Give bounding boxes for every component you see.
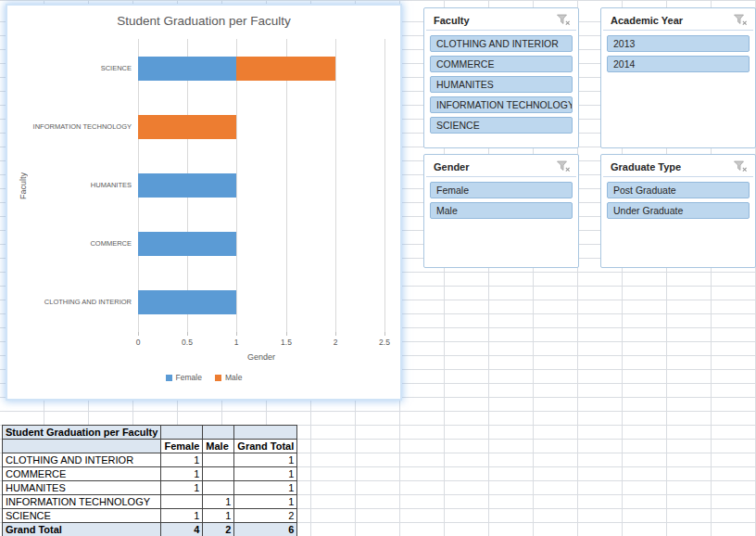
x-tick-label: 1.5 xyxy=(272,338,300,347)
pivot-col-header[interactable]: Grand Total xyxy=(234,440,297,453)
legend-swatch xyxy=(215,375,221,381)
table-row: Grand Total426 xyxy=(3,523,297,536)
chart-legend: FemaleMale xyxy=(7,373,400,382)
category-label: COMMERCE xyxy=(7,239,132,249)
pivot-cell[interactable]: 1 xyxy=(203,495,234,509)
axis-tick xyxy=(384,332,385,336)
slicer-title-gender: Gender xyxy=(434,161,470,172)
pivot-cell[interactable] xyxy=(161,495,203,509)
gridline xyxy=(384,39,385,332)
pivot-col-header[interactable]: Male xyxy=(203,440,234,453)
bar-segment-male-information-technology xyxy=(138,115,236,139)
pivot-cell[interactable]: 1 xyxy=(234,481,297,495)
slicer-header: Faculty xyxy=(426,10,576,31)
legend-label: Female xyxy=(176,373,202,382)
pivot-table: Student Graduation per FacultyFemaleMale… xyxy=(2,425,297,536)
pivot-row-label[interactable]: HUMANITES xyxy=(3,481,161,495)
pivot-cell[interactable] xyxy=(3,440,161,453)
pivot-cell[interactable]: 6 xyxy=(234,523,297,536)
pivot-row-label[interactable]: CLOTHING AND INTERIOR xyxy=(3,453,161,467)
slicer-item-information-technology[interactable]: INFORMATION TECHNOLOGY xyxy=(430,96,573,113)
table-row: Student Graduation per Faculty xyxy=(3,426,297,440)
slicer-item-male[interactable]: Male xyxy=(430,202,573,219)
pivot-cell[interactable] xyxy=(203,467,234,481)
slicer-title-academic-year: Academic Year xyxy=(611,15,683,26)
legend-item-male: Male xyxy=(215,373,242,382)
category-label: CLOTHING AND INTERIOR xyxy=(7,298,132,307)
x-axis-title: Gender xyxy=(138,352,384,362)
chart-title: Student Graduation per Faculty xyxy=(7,14,400,28)
pivot-grand-total-label[interactable]: Grand Total xyxy=(3,523,161,536)
slicer-academic-year: Academic Year 20132014 xyxy=(600,7,756,148)
axis-tick xyxy=(187,332,188,336)
table-row: SCIENCE112 xyxy=(3,509,297,523)
x-tick-label: 0.5 xyxy=(173,338,201,347)
clear-filter-icon[interactable] xyxy=(555,160,572,173)
pivot-cell[interactable] xyxy=(234,426,297,440)
slicer-gender: Gender FemaleMale xyxy=(423,154,579,268)
bar-segment-male-science xyxy=(236,57,334,81)
bar-segment-female-commerce xyxy=(138,232,236,256)
x-tick-label: 2 xyxy=(321,338,349,347)
axis-tick xyxy=(335,332,336,336)
axis-tick xyxy=(286,332,287,336)
pivot-title-cell[interactable]: Student Graduation per Faculty xyxy=(3,426,161,440)
slicer-item-2013[interactable]: 2013 xyxy=(607,35,750,52)
pivot-row-label[interactable]: INFORMATION TECHNOLOGY xyxy=(3,495,161,509)
plot-area xyxy=(138,39,384,332)
pivot-cell[interactable]: 1 xyxy=(161,509,203,523)
slicer-title-graduate-type: Graduate Type xyxy=(611,161,681,172)
table-row: INFORMATION TECHNOLOGY11 xyxy=(3,495,297,509)
clear-filter-icon[interactable] xyxy=(555,13,572,27)
pivot-cell[interactable]: 1 xyxy=(161,453,203,467)
axis-tick xyxy=(236,332,237,336)
slicer-item-under-graduate[interactable]: Under Graduate xyxy=(607,202,750,219)
pivot-cell[interactable] xyxy=(203,481,234,495)
pivot-cell[interactable]: 1 xyxy=(234,467,297,481)
x-tick-label: 2.5 xyxy=(371,338,398,347)
table-row: CLOTHING AND INTERIOR11 xyxy=(3,453,297,467)
x-tick-label: 1 xyxy=(222,338,250,347)
category-label: HUMANITES xyxy=(7,181,132,190)
pivot-cell[interactable]: 1 xyxy=(234,453,297,467)
slicer-item-science[interactable]: SCIENCE xyxy=(430,117,573,134)
slicer-header: Academic Year xyxy=(603,10,753,31)
pivot-cell[interactable]: 4 xyxy=(161,523,203,536)
axis-tick xyxy=(138,332,139,336)
category-label: SCIENCE xyxy=(7,64,132,73)
legend-item-female: Female xyxy=(166,373,202,382)
bar-segment-female-clothing-and-interior xyxy=(138,290,236,314)
clear-filter-icon[interactable] xyxy=(732,160,749,173)
x-tick-label: 0 xyxy=(124,338,152,347)
pivot-cell[interactable]: 1 xyxy=(161,481,203,495)
slicer-item-humanites[interactable]: HUMANITES xyxy=(430,76,573,93)
bar-segment-female-humanites xyxy=(138,173,236,198)
clear-filter-icon[interactable] xyxy=(732,13,749,27)
gridline xyxy=(335,39,336,332)
slicer-graduate-type: Graduate Type Post GraduateUnder Graduat… xyxy=(600,154,756,268)
slicer-item-2014[interactable]: 2014 xyxy=(607,56,750,72)
slicer-faculty: Faculty CLOTHING AND INTERIORCOMMERCEHUM… xyxy=(423,7,579,148)
pivot-cell[interactable]: 2 xyxy=(234,509,297,523)
slicer-item-female[interactable]: Female xyxy=(430,182,573,198)
pivot-cell[interactable]: 1 xyxy=(161,467,203,481)
pivot-cell[interactable] xyxy=(203,426,234,440)
pivot-cell[interactable] xyxy=(203,453,234,467)
slicer-item-commerce[interactable]: COMMERCE xyxy=(430,56,573,72)
pivot-cell[interactable] xyxy=(161,426,203,440)
slicer-header: Graduate Type xyxy=(603,157,753,177)
category-label: INFORMATION TECHNOLOGY xyxy=(7,122,132,132)
gridline xyxy=(286,39,287,332)
slicer-title-faculty: Faculty xyxy=(434,15,470,26)
pivot-cell[interactable]: 2 xyxy=(203,523,234,536)
slicer-header: Gender xyxy=(426,157,576,177)
pivot-cell[interactable]: 1 xyxy=(234,495,297,509)
pivot-row-label[interactable]: COMMERCE xyxy=(3,467,161,481)
table-row: COMMERCE11 xyxy=(3,467,297,481)
pivot-col-header[interactable]: Female xyxy=(161,440,203,453)
pivot-chart[interactable]: Student Graduation per Faculty Faculty G… xyxy=(7,6,400,399)
slicer-item-clothing-and-interior[interactable]: CLOTHING AND INTERIOR xyxy=(430,35,573,52)
pivot-cell[interactable]: 1 xyxy=(203,509,234,523)
pivot-row-label[interactable]: SCIENCE xyxy=(3,509,161,523)
slicer-item-post-graduate[interactable]: Post Graduate xyxy=(607,182,750,198)
